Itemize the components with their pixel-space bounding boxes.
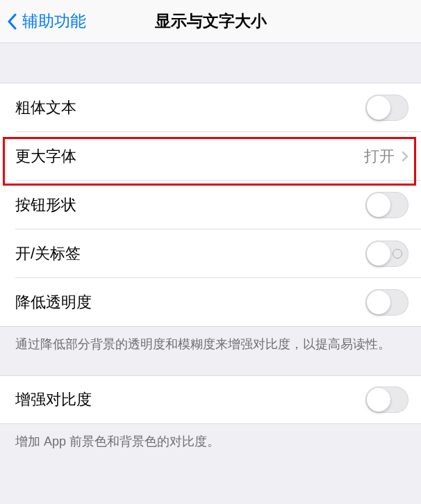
page-title: 显示与文字大小 (155, 10, 267, 32)
footer-transparency: 通过降低部分背景的透明度和模糊度来增强对比度，以提高易读性。 (0, 327, 421, 375)
row-label: 粗体文本 (15, 97, 76, 118)
row-button-shapes[interactable]: 按钮形状 (0, 181, 421, 229)
toggle-on-off-labels[interactable] (365, 241, 408, 267)
group-spacer (0, 43, 421, 83)
footer-contrast: 增加 App 前景色和背景色的对比度。 (0, 424, 421, 473)
toggle-bold-text[interactable] (365, 95, 408, 121)
row-larger-text[interactable]: 更大字体 打开 (0, 132, 421, 181)
row-bold-text[interactable]: 粗体文本 (0, 83, 421, 132)
row-label: 更大字体 (15, 146, 76, 167)
row-label: 开/关标签 (15, 243, 81, 264)
chevron-left-icon (7, 13, 18, 30)
row-increase-contrast[interactable]: 增强对比度 (0, 375, 421, 424)
row-on-off-labels[interactable]: 开/关标签 (0, 229, 421, 278)
back-button[interactable]: 辅助功能 (0, 10, 86, 32)
row-label: 降低透明度 (15, 292, 92, 313)
toggle-button-shapes[interactable] (365, 192, 408, 218)
row-label: 按钮形状 (15, 195, 76, 216)
row-label: 增强对比度 (15, 389, 92, 410)
row-reduce-transparency[interactable]: 降低透明度 (0, 278, 421, 327)
chevron-right-icon (402, 151, 408, 162)
nav-bar: 辅助功能 显示与文字大小 (0, 0, 421, 43)
back-label: 辅助功能 (22, 10, 86, 32)
row-value: 打开 (364, 146, 395, 167)
toggle-increase-contrast[interactable] (365, 387, 408, 413)
toggle-reduce-transparency[interactable] (365, 289, 408, 316)
